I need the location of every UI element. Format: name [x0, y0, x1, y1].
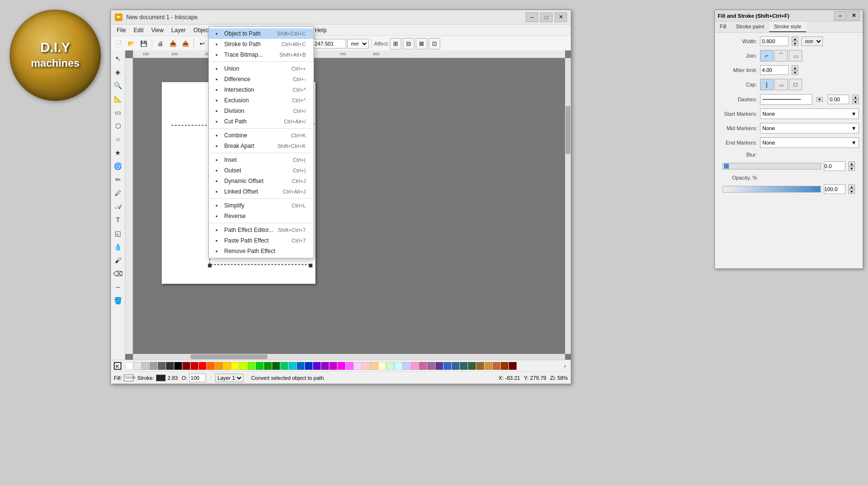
new-button[interactable]: 📄 [113, 38, 124, 49]
width-unit-select[interactable]: mm [801, 36, 823, 46]
opacity-down-btn[interactable]: ▼ [848, 189, 855, 194]
color-swatch[interactable] [240, 362, 247, 370]
palette-scroll-right[interactable]: › [562, 363, 568, 369]
close-button[interactable]: ✕ [555, 12, 567, 22]
menu-item-dynamic-offset[interactable]: ▪Dynamic OffsetCtrl+J [209, 176, 313, 186]
color-swatch[interactable] [174, 362, 182, 370]
color-swatch[interactable] [125, 362, 133, 370]
color-swatch[interactable] [191, 362, 198, 370]
menu-item-linked-offset[interactable]: ▪Linked OffsetCtrl+Alt+J [209, 186, 313, 197]
affect-btn-4[interactable]: ⊡ [429, 38, 440, 49]
menu-item-exclusion[interactable]: ▪ExclusionCtrl+^ [209, 95, 313, 106]
text-tool[interactable]: T [112, 214, 124, 226]
menu-edit[interactable]: Edit [130, 26, 147, 35]
select-tool[interactable]: ↖ [112, 52, 124, 65]
panel-close-btn[interactable]: ✕ [847, 11, 860, 21]
panel-collapse-btn[interactable]: − [834, 11, 846, 21]
spray-tool[interactable]: 🖌 [112, 254, 124, 267]
color-swatch[interactable] [386, 362, 394, 370]
unit-select[interactable]: mm [347, 39, 369, 48]
node-tool[interactable]: ◈ [112, 66, 124, 78]
color-swatch[interactable] [509, 362, 517, 370]
eraser-tool[interactable]: ⌫ [112, 267, 124, 280]
menu-item-object-to-path[interactable]: ▪Object to PathShift+Ctrl+C [209, 28, 313, 39]
color-swatch[interactable] [427, 362, 435, 370]
print-button[interactable]: 🖨 [155, 38, 166, 49]
join-bevel-btn[interactable]: ⌓ [789, 50, 802, 61]
color-swatch[interactable] [460, 362, 468, 370]
join-miter-btn[interactable]: ⌐ [760, 50, 773, 61]
color-swatch[interactable] [133, 362, 141, 370]
menu-item-union[interactable]: ▪UnionCtrl++ [209, 63, 313, 74]
miter-up-btn[interactable]: ▲ [792, 65, 798, 70]
color-swatch[interactable] [272, 362, 280, 370]
color-swatch[interactable] [166, 362, 174, 370]
open-button[interactable]: 📂 [125, 38, 137, 49]
opacity-slider[interactable] [723, 186, 821, 193]
color-swatch[interactable] [468, 362, 476, 370]
color-swatch[interactable] [280, 362, 288, 370]
color-swatch[interactable] [207, 362, 215, 370]
pen-tool[interactable]: 🖊 [112, 187, 124, 199]
menu-file[interactable]: File [113, 26, 130, 35]
opacity-input[interactable] [189, 374, 206, 382]
cap-butt-btn[interactable]: | [760, 79, 773, 90]
color-swatch[interactable] [501, 362, 508, 370]
color-swatch[interactable] [370, 362, 378, 370]
color-swatch[interactable] [484, 362, 492, 370]
menu-item-remove-path-effect[interactable]: ▪Remove Path Effect [209, 246, 313, 256]
color-swatch[interactable] [395, 362, 402, 370]
color-swatch[interactable] [329, 362, 337, 370]
color-swatch[interactable] [321, 362, 329, 370]
color-swatch[interactable] [223, 362, 231, 370]
affect-btn-2[interactable]: ⊟ [403, 38, 414, 49]
spiral-tool[interactable]: 🌀 [112, 160, 124, 172]
affect-btn-3[interactable]: ⊠ [416, 38, 427, 49]
stroke-color-box[interactable] [156, 375, 166, 381]
tab-fill[interactable]: Fill [715, 22, 731, 32]
color-swatch[interactable] [354, 362, 362, 370]
color-swatch[interactable] [403, 362, 410, 370]
measure-tool[interactable]: 📐 [112, 93, 124, 105]
dashes-dropdown-btn[interactable]: ▼ [816, 97, 823, 102]
blur-thumb[interactable] [724, 164, 729, 169]
color-swatch[interactable] [435, 362, 443, 370]
miter-down-btn[interactable]: ▼ [792, 70, 798, 75]
color-swatch[interactable] [256, 362, 264, 370]
menu-item-division[interactable]: ▪DivisionCtrl+/ [209, 106, 313, 116]
color-swatch[interactable] [452, 362, 459, 370]
fill-color-box[interactable]: None [124, 375, 133, 381]
layer-select[interactable]: Layer 1 [215, 374, 243, 382]
join-round-btn[interactable]: ⌒ [774, 50, 788, 61]
menu-item-reverse[interactable]: ▪Reverse [209, 211, 313, 221]
export-button[interactable]: 📤 [180, 38, 191, 49]
undo-button[interactable]: ↩ [196, 38, 208, 49]
blur-down-btn[interactable]: ▼ [848, 166, 855, 171]
height-input[interactable] [313, 39, 346, 48]
color-swatch[interactable] [248, 362, 255, 370]
blur-up-btn[interactable]: ▲ [848, 161, 855, 166]
color-swatch[interactable] [142, 362, 149, 370]
stroke-width-input[interactable] [760, 36, 789, 46]
canvas-content[interactable] [133, 58, 565, 354]
opacity-value-input[interactable] [824, 184, 845, 194]
blur-value-input[interactable] [824, 161, 845, 171]
menu-item-paste-path-effect[interactable]: ▪Paste Path EffectCtrl+7 [209, 235, 313, 246]
horizontal-scrollbar[interactable] [133, 354, 565, 360]
dashes-up-btn[interactable]: ▲ [852, 95, 859, 99]
color-swatch[interactable] [493, 362, 500, 370]
color-swatch[interactable] [444, 362, 451, 370]
save-button[interactable]: 💾 [138, 38, 149, 49]
color-swatch[interactable] [215, 362, 223, 370]
color-swatch[interactable] [297, 362, 304, 370]
menu-view[interactable]: View [147, 26, 168, 35]
color-swatch[interactable] [182, 362, 190, 370]
menu-item-simplify[interactable]: ▪SimplifyCtrl+L [209, 200, 313, 211]
color-swatch[interactable] [338, 362, 345, 370]
pencil-tool[interactable]: ✏ [112, 173, 124, 186]
menu-item-difference[interactable]: ▪DifferenceCtrl+- [209, 74, 313, 85]
color-swatch[interactable] [411, 362, 419, 370]
connector-tool[interactable]: ↔ [112, 281, 124, 293]
menu-item-intersection[interactable]: ▪IntersectionCtrl+* [209, 85, 313, 95]
dashes-preview[interactable] [760, 94, 812, 105]
